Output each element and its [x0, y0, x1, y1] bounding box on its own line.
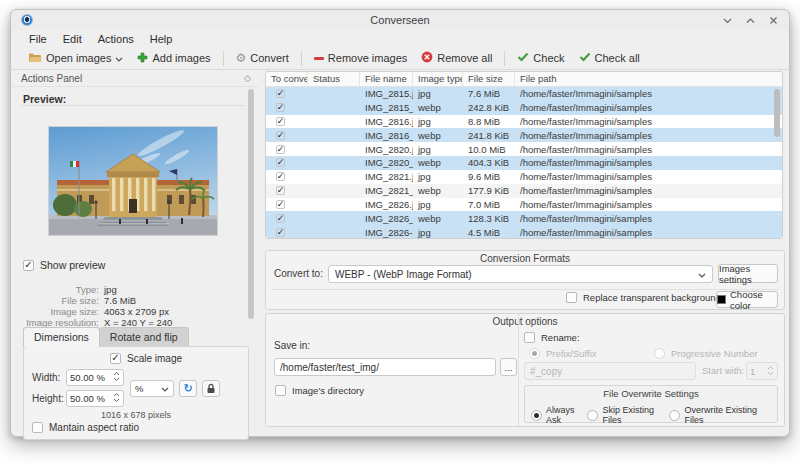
cell-image-type: webp — [413, 157, 463, 168]
table-body: ✓ IMG_2815.jpg jpg 7.6 MiB /home/faster/… — [266, 87, 782, 239]
cell-file-path: /home/faster/Immagini/samples — [515, 171, 782, 182]
table-row[interactable]: ✓ IMG_2826.jpg jpg 7.0 MiB /home/faster/… — [266, 198, 782, 212]
refresh-button[interactable]: ↻ — [179, 380, 197, 397]
prefix-suffix-label: Prefix/Suffix — [546, 348, 597, 359]
cell-file-name: IMG_2815.jpg — [360, 88, 413, 99]
tab-dimensions[interactable]: Dimensions — [23, 327, 100, 347]
row-check-icon[interactable]: ✓ — [276, 103, 285, 112]
dock-float-icon[interactable]: ◇ — [244, 73, 251, 83]
progressive-number-radio[interactable]: Progressive Number — [654, 348, 758, 359]
cell-file-name: IMG_2816_co... — [360, 130, 413, 141]
lock-aspect-button[interactable] — [202, 380, 220, 397]
table-row[interactable]: ✓ IMG_2820_co... webp 404.3 KiB /home/fa… — [266, 156, 782, 170]
images-directory-checkbox[interactable]: Image's directory — [275, 385, 364, 396]
menu-file[interactable]: File — [21, 32, 55, 46]
table-row[interactable]: ✓ IMG_2815.jpg jpg 7.6 MiB /home/faster/… — [266, 87, 782, 101]
cell-file-size: 7.6 MiB — [463, 88, 515, 99]
header-to-convert[interactable]: To convert — [266, 72, 308, 86]
row-check-icon[interactable]: ✓ — [276, 228, 285, 237]
header-status[interactable]: Status — [308, 72, 360, 86]
always-ask-radio[interactable]: Always Ask — [531, 405, 587, 425]
maximize-button[interactable] — [745, 15, 756, 26]
images-settings-button[interactable]: Images settings — [718, 264, 778, 283]
show-preview-checkbox[interactable]: Show preview — [23, 259, 105, 271]
cell-file-path: /home/faster/Immagini/samples — [515, 157, 782, 168]
cell-image-type: jpg — [413, 227, 463, 238]
table-row[interactable]: ✓ IMG_2826-M... jpg 4.5 MiB /home/faster… — [266, 225, 782, 239]
remove-all-button[interactable]: Remove all — [414, 49, 499, 67]
format-select[interactable]: WEBP - (WebP Image Format) — [328, 265, 713, 283]
overwrite-existing-radio[interactable]: Overwrite Existing Files — [669, 405, 771, 425]
header-file-size[interactable]: File size — [463, 72, 515, 86]
check-all-button[interactable]: Check all — [572, 50, 647, 66]
output-options-title: Output options — [266, 316, 784, 327]
height-spinner[interactable]: 50.00 % — [66, 390, 124, 407]
row-check-icon[interactable]: ✓ — [276, 186, 285, 195]
table-scrollbar[interactable] — [774, 89, 780, 137]
radio-icon — [654, 348, 665, 359]
open-images-button[interactable]: Open images — [21, 50, 130, 67]
maintain-aspect-checkbox[interactable]: Mantain aspect ratio — [32, 422, 139, 433]
replace-bg-checkbox[interactable]: Replace transparent background — [566, 292, 721, 303]
row-check-icon[interactable]: ✓ — [276, 117, 285, 126]
row-check-icon[interactable]: ✓ — [276, 145, 285, 154]
chevron-down-icon — [115, 52, 123, 64]
rename-label: Rename: — [541, 332, 580, 343]
cell-file-size: 177.9 KiB — [463, 185, 515, 196]
width-spinner[interactable]: 50.00 % — [66, 369, 124, 386]
table-row[interactable]: ✓ IMG_2821.jpg jpg 9.6 MiB /home/faster/… — [266, 170, 782, 184]
row-check-icon[interactable]: ✓ — [276, 131, 285, 140]
close-button[interactable] — [768, 15, 779, 26]
width-label: Width: — [32, 372, 60, 383]
remove-images-button[interactable]: Remove images — [307, 50, 414, 66]
menu-actions[interactable]: Actions — [90, 32, 142, 46]
header-image-type[interactable]: Image type — [413, 72, 463, 86]
scale-image-checkbox[interactable]: Scale image — [110, 353, 182, 364]
save-in-input[interactable]: /home/faster/test_img/ — [274, 358, 496, 376]
cell-file-path: /home/faster/Immagini/samples — [515, 144, 782, 155]
check-icon — [517, 52, 529, 64]
skip-existing-radio[interactable]: Skip Existing Files — [587, 405, 669, 425]
convert-button[interactable]: ⚙ Convert — [229, 50, 296, 66]
open-images-label: Open images — [46, 52, 111, 64]
table-row[interactable]: ✓ IMG_2816.jpg jpg 8.8 MiB /home/faster/… — [266, 115, 782, 129]
dock-scrollbar[interactable] — [248, 89, 254, 319]
color-swatch — [717, 295, 726, 304]
start-with-spinner[interactable]: 1 — [746, 362, 778, 380]
check-button[interactable]: Check — [510, 50, 571, 66]
table-row[interactable]: ✓ IMG_2826_co... webp 128.3 KiB /home/fa… — [266, 211, 782, 225]
cell-file-size: 4.5 MiB — [463, 227, 515, 238]
convert-to-label: Convert to: — [274, 268, 323, 279]
cell-file-name: IMG_2820.jpg — [360, 144, 413, 155]
header-file-name[interactable]: File name — [360, 72, 413, 86]
browse-button[interactable]: ... — [500, 358, 517, 376]
tab-rotate-flip[interactable]: Rotate and flip — [100, 327, 189, 347]
table-row[interactable]: ✓ IMG_2820.jpg jpg 10.0 MiB /home/faster… — [266, 142, 782, 156]
cell-file-size: 9.6 MiB — [463, 171, 515, 182]
main-area: Actions Panel ◇ Preview: — [11, 70, 789, 436]
toolbar: Open images Add images ⚙ Convert Remove … — [11, 47, 789, 70]
row-check-icon[interactable]: ✓ — [276, 158, 285, 167]
table-row[interactable]: ✓ IMG_2821_co... webp 177.9 KiB /home/fa… — [266, 184, 782, 198]
rename-pattern-input[interactable]: #_copy — [524, 362, 696, 380]
row-check-icon[interactable]: ✓ — [276, 172, 285, 181]
remove-images-label: Remove images — [328, 52, 407, 64]
menu-edit[interactable]: Edit — [55, 32, 90, 46]
header-file-path[interactable]: File path — [515, 72, 782, 86]
toolbar-separator — [301, 51, 302, 66]
cell-file-size: 404.3 KiB — [463, 157, 515, 168]
unit-select[interactable]: % — [130, 380, 174, 397]
rename-checkbox[interactable]: Rename: — [524, 332, 580, 343]
menu-help[interactable]: Help — [142, 32, 181, 46]
row-check-icon[interactable]: ✓ — [276, 89, 285, 98]
cell-file-size: 242.8 KiB — [463, 102, 515, 113]
title-bar: Converseen — [11, 10, 789, 30]
row-check-icon[interactable]: ✓ — [276, 214, 285, 223]
table-row[interactable]: ✓ IMG_2816_co... webp 241.8 KiB /home/fa… — [266, 128, 782, 142]
table-row[interactable]: ✓ IMG_2815_co... webp 242.8 KiB /home/fa… — [266, 101, 782, 115]
row-check-icon[interactable]: ✓ — [276, 200, 285, 209]
add-images-button[interactable]: Add images — [130, 50, 217, 67]
prefix-suffix-radio[interactable]: Prefix/Suffix — [529, 348, 597, 359]
choose-color-button[interactable]: Choose color — [716, 291, 778, 308]
minimize-button[interactable] — [722, 15, 733, 26]
